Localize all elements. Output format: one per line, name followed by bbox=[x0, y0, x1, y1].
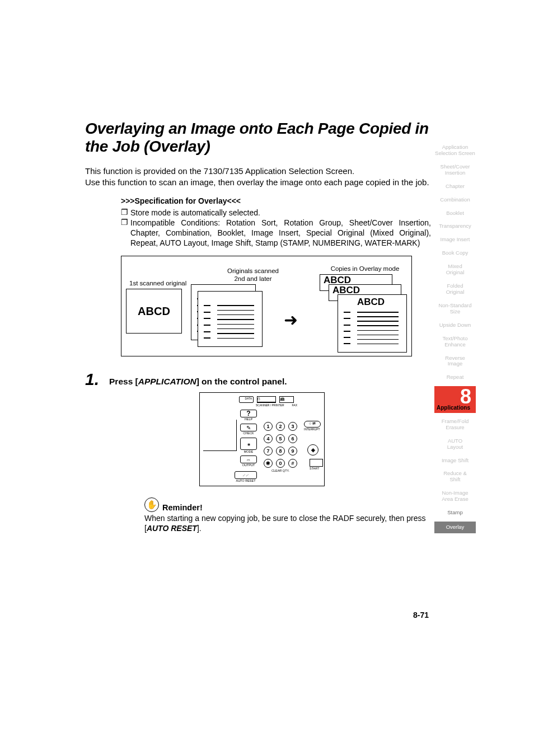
auto-reset-keyword: AUTO RESET bbox=[147, 524, 197, 533]
spec-item-1: ❐ Store mode is automatically selected. bbox=[121, 208, 431, 218]
intro-text: This function is provided on the 7130/71… bbox=[85, 166, 431, 189]
diagram-stack-front bbox=[198, 291, 263, 347]
chapter-number: 8 bbox=[435, 388, 475, 406]
nav-image-insert[interactable]: Image Insert bbox=[434, 235, 476, 245]
bullet-icon: ❐ bbox=[121, 218, 128, 248]
start-button[interactable] bbox=[310, 459, 323, 467]
check-button[interactable]: ✎ bbox=[240, 424, 257, 431]
key-1[interactable]: 1 bbox=[264, 422, 273, 431]
nav-reverse-image[interactable]: Reverse Image bbox=[434, 354, 476, 369]
nav-app-selection[interactable]: Application Selection Screen bbox=[434, 143, 476, 158]
nav-non-standard-size[interactable]: Non-Standard Size bbox=[434, 301, 476, 317]
nav-chapter[interactable]: Chapter bbox=[434, 182, 476, 191]
bullet-icon: ❐ bbox=[121, 208, 128, 218]
page-number: 8-71 bbox=[413, 611, 429, 619]
nav-transparency[interactable]: Transparency bbox=[434, 222, 476, 231]
page-title: Overlaying an Image onto Each Page Copie… bbox=[85, 120, 431, 156]
panel-screen bbox=[203, 420, 237, 451]
printer-icon: ⎙ bbox=[257, 396, 276, 403]
step-text-prefix: Press [ bbox=[109, 377, 138, 386]
label-copies: Copies in Overlay mode bbox=[323, 265, 407, 272]
application-keyword: APPLICATION bbox=[138, 377, 196, 386]
label-1st-original: 1st scanned original bbox=[129, 280, 186, 287]
overlay-diagram: 1st scanned original Originals scanned 2… bbox=[121, 256, 412, 356]
hand-icon: ✋ bbox=[144, 497, 159, 512]
nav-booklet[interactable]: Booklet bbox=[434, 209, 476, 218]
abcd-text: ABCD bbox=[138, 305, 170, 318]
nav-mixed-original[interactable]: Mixed Original bbox=[434, 262, 476, 278]
reminder-title: Reminder! bbox=[162, 503, 203, 512]
data-indicator: DATA bbox=[239, 396, 254, 403]
nav-overlay-current[interactable]: Overlay bbox=[434, 522, 476, 533]
reminder-body: When starting a new copying job, be sure… bbox=[144, 513, 431, 533]
nav-repeat[interactable]: Repeat bbox=[434, 373, 476, 382]
nav-reduce-shift[interactable]: Reduce & Shift bbox=[434, 469, 476, 485]
key-0[interactable]: 0 bbox=[276, 459, 285, 468]
reminder-body-suffix: ]. bbox=[197, 524, 202, 533]
key-6[interactable]: 6 bbox=[288, 434, 297, 443]
diagram-original-sheet: ABCD bbox=[126, 289, 182, 334]
interrupt-label: INTERRUPT bbox=[304, 428, 321, 431]
key-8[interactable]: 8 bbox=[276, 447, 285, 456]
side-nav: Application Selection Screen Sheet/Cover… bbox=[434, 143, 476, 533]
auto-reset-button[interactable]: ⟋⟋ bbox=[235, 471, 257, 479]
nav-combination[interactable]: Combination bbox=[434, 195, 476, 205]
key-7[interactable]: 7 bbox=[264, 447, 273, 456]
nav-non-image-area[interactable]: Non-Image Area Erase bbox=[434, 489, 476, 504]
step-number: 1. bbox=[85, 371, 99, 388]
nav-frame-fold[interactable]: Frame/Fold Erasure bbox=[434, 417, 476, 433]
nav-image-shift[interactable]: Image Shift bbox=[434, 456, 476, 466]
key-3[interactable]: 3 bbox=[288, 422, 297, 431]
nav-book-copy[interactable]: Book Copy bbox=[434, 248, 476, 258]
fax-label: FAX bbox=[292, 403, 297, 407]
reminder-block: ✋ Reminder! When starting a new copying … bbox=[144, 497, 431, 533]
help-label: HELP bbox=[240, 417, 257, 421]
help-button[interactable]: ? bbox=[240, 410, 257, 417]
spec-item-1-text: Store mode is automatically selected. bbox=[130, 208, 431, 218]
control-panel-illustration: DATA ⎙ 📠 SCANNER / PRINTER FAX ? HELP ✎ … bbox=[199, 392, 325, 486]
key-9[interactable]: 9 bbox=[288, 447, 297, 456]
output-label: OUTPUT bbox=[240, 463, 257, 467]
nav-chapter-marker: 8 Applications bbox=[434, 386, 476, 413]
clear-qty-label: CLEAR QTY. bbox=[271, 469, 289, 472]
key-hash[interactable]: # bbox=[288, 459, 297, 468]
auto-reset-label: AUTO RESET bbox=[235, 479, 257, 482]
arrow-icon: ➜ bbox=[284, 310, 298, 330]
key-star[interactable]: ✱ bbox=[264, 459, 273, 468]
start-label: START bbox=[310, 467, 323, 470]
scanner-printer-label: SCANNER / PRINTER bbox=[256, 403, 284, 407]
output-button[interactable]: ▭ bbox=[240, 456, 257, 463]
fax-icon: 📠 bbox=[279, 396, 294, 403]
spec-block: >>>Specification for Overlay<<< ❐ Store … bbox=[121, 196, 431, 248]
key-2[interactable]: 2 bbox=[276, 422, 285, 431]
step-1: 1. Press [APPLICATION] on the control pa… bbox=[85, 371, 431, 388]
step-text-suffix: ] on the control panel. bbox=[196, 377, 287, 386]
step-text: Press [APPLICATION] on the control panel… bbox=[109, 371, 287, 388]
spec-heading: >>>Specification for Overlay<<< bbox=[121, 196, 431, 205]
interrupt-button[interactable]: ○ ⇄ bbox=[304, 421, 321, 428]
diagram-output-3: ABCD bbox=[338, 294, 407, 353]
chapter-label: Applications bbox=[435, 405, 470, 411]
mode-label: MODE bbox=[240, 450, 257, 453]
nav-text-photo[interactable]: Text/Photo Enhance bbox=[434, 334, 476, 350]
nav-auto-layout[interactable]: AUTO Layout bbox=[434, 436, 476, 452]
nav-stamp[interactable]: Stamp bbox=[434, 508, 476, 518]
stop-button[interactable]: ◈ bbox=[307, 444, 318, 456]
key-4[interactable]: 4 bbox=[264, 434, 273, 443]
label-scanned: Originals scanned 2nd and later bbox=[219, 267, 287, 283]
check-label: CHECK bbox=[240, 431, 257, 435]
nav-folded-original[interactable]: Folded Original bbox=[434, 281, 476, 297]
abcd-text: ABCD bbox=[357, 297, 385, 308]
nav-upside-down[interactable]: Upside Down bbox=[434, 321, 476, 330]
mode-button[interactable]: ◉ bbox=[240, 438, 257, 450]
nav-sheet-cover[interactable]: Sheet/Cover Insertion bbox=[434, 162, 476, 178]
key-5[interactable]: 5 bbox=[276, 434, 285, 443]
spec-item-2-text: Incompatible Conditions: Rotation Sort, … bbox=[130, 218, 431, 248]
spec-item-2: ❐ Incompatible Conditions: Rotation Sort… bbox=[121, 218, 431, 248]
